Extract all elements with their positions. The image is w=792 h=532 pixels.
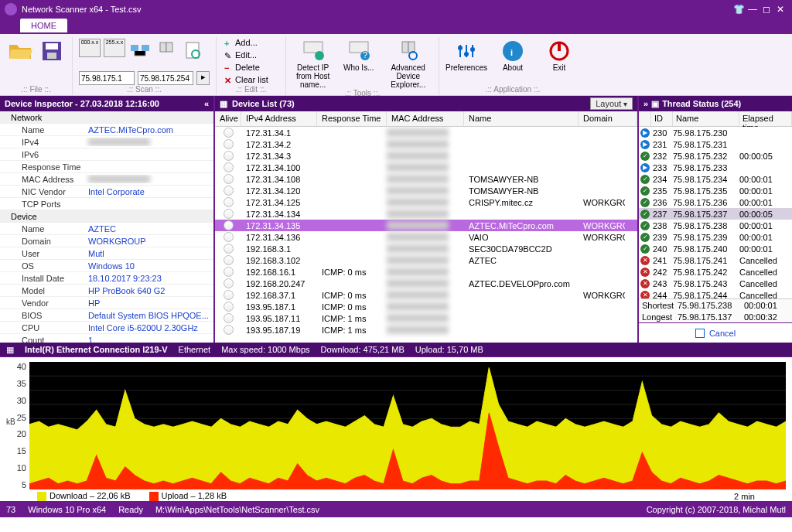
ip-chip-icon[interactable]: 000.x.x [79, 39, 101, 57]
device-row[interactable]: 192.168.3.102 AZTEC [215, 254, 637, 266]
status-icon: ✕ [640, 279, 650, 288]
layout-button[interactable]: Layout ▾ [590, 97, 633, 110]
device-row[interactable]: 172.31.34.120 TOMSAWYER-NB [215, 185, 637, 196]
preferences-button[interactable]: Preferences [446, 37, 487, 72]
thread-row[interactable]: ▶ 23375.98.175.233 [639, 162, 792, 173]
save-button[interactable] [39, 37, 67, 63]
thread-row[interactable]: ✓ 24075.98.175.24000:00:01 [639, 243, 792, 254]
status-icon: ✓ [640, 233, 650, 242]
globe-icon [224, 220, 234, 230]
about-button[interactable]: iAbout [492, 37, 534, 72]
thread-row[interactable]: ✕ 24175.98.175.241Cancelled [639, 254, 792, 266]
svg-point-18 [464, 52, 469, 56]
ip-range-icon[interactable]: 255.x.x [104, 39, 125, 57]
scan-hosts-button[interactable] [155, 39, 178, 62]
device-row[interactable]: 172.31.34.1 [215, 127, 637, 138]
whois-button[interactable]: ?Who Is... [338, 37, 379, 72]
device-inspector-panel: Device Inspector - 27.03.2018 12:16:00« … [0, 96, 215, 343]
device-row[interactable]: 172.31.34.100 [215, 162, 637, 173]
tab-home[interactable]: HOME [20, 19, 67, 32]
close-button[interactable]: ✕ [773, 4, 787, 15]
inspector-row[interactable]: NameAZTEC [0, 223, 213, 235]
inspector-row[interactable]: NameAZTEC.MiTeCpro.com [0, 124, 213, 136]
inspector-row[interactable]: IPv4 [0, 136, 213, 148]
thread-row[interactable]: ✓ 23675.98.175.23600:00:01 [639, 196, 792, 208]
inspector-row[interactable]: IPv6 [0, 148, 213, 161]
svg-rect-6 [166, 43, 172, 52]
device-row[interactable]: 192.168.3.1 SEC30CDA79BCC2D [215, 243, 637, 254]
thread-row[interactable]: ✕ 24275.98.175.242Cancelled [639, 266, 792, 278]
inspector-row[interactable]: Install Date18.10.2017 9:23:23 [0, 272, 213, 285]
inspector-row[interactable]: Device [0, 210, 213, 223]
device-row[interactable]: 172.31.34.125 CRISPY.mitec.czWORKGRO [215, 196, 637, 208]
device-row[interactable]: 172.31.34.136 VAIOWORKGRO [215, 231, 637, 243]
add-button[interactable]: +Add... [223, 37, 270, 48]
ip-to-input[interactable] [138, 71, 193, 85]
maximize-button[interactable]: ◻ [760, 4, 773, 15]
cancel-button[interactable]: Cancel [639, 322, 792, 343]
thread-row[interactable]: ✓ 23875.98.175.23800:00:01 [639, 220, 792, 231]
device-row[interactable]: 192.168.37.1ICMP: 0 ms WORKGRO [215, 289, 637, 301]
clear-list-button[interactable]: ✕Clear list [223, 74, 270, 85]
thread-status-panel: »▣Thread Status (254) ID Name Elapsed ti… [639, 96, 792, 343]
status-icon: ✓ [640, 175, 650, 184]
inspector-row[interactable]: MAC Address [0, 173, 213, 186]
thread-row[interactable]: ✓ 23775.98.175.23700:00:05 [639, 208, 792, 220]
go-scan-button[interactable]: ▸ [196, 71, 210, 85]
inspector-row[interactable]: TCP Ports [0, 198, 213, 210]
chart-xspan: 2 min [734, 492, 755, 501]
thread-title: Thread Status (254) [662, 99, 741, 108]
inspector-row[interactable]: ModelHP ProBook 640 G2 [0, 285, 213, 297]
svg-rect-2 [47, 53, 56, 59]
thread-row[interactable]: ✓ 23575.98.175.23500:00:01 [639, 185, 792, 196]
thread-row[interactable]: ▶ 23175.98.175.231 [639, 138, 792, 150]
globe-icon [224, 174, 234, 184]
status-os: Windows 10 Pro x64 [28, 505, 106, 514]
device-row[interactable]: 172.31.34.135 AZTEC.MiTeCpro.comWORKGRO [215, 220, 637, 231]
inspector-row[interactable]: DomainWORKGROUP [0, 235, 213, 247]
minimize-button[interactable]: — [746, 4, 760, 15]
exit-button[interactable]: Exit [538, 37, 580, 72]
delete-button[interactable]: −Delete [223, 62, 270, 73]
device-row[interactable]: 193.95.187.1ICMP: 0 ms [215, 301, 637, 312]
inspector-collapse-icon[interactable]: « [204, 99, 209, 108]
inspector-row[interactable]: UserMutl [0, 247, 213, 260]
inspector-row[interactable]: NIC VendorIntel Corporate [0, 186, 213, 198]
globe-icon [224, 197, 234, 207]
shirt-icon[interactable]: 👕 [732, 4, 746, 15]
device-row[interactable]: 172.31.34.2 [215, 138, 637, 150]
globe-icon [224, 139, 234, 149]
inspector-row[interactable]: Network [0, 111, 213, 124]
inspector-row[interactable]: VendorHP [0, 297, 213, 309]
edit-button[interactable]: ✎Edit... [223, 49, 270, 60]
titlebar: Network Scanner x64 - Test.csv 👕 — ◻ ✕ [0, 0, 792, 19]
device-row[interactable]: 172.31.34.134 [215, 208, 637, 220]
thread-row[interactable]: ✕ 24375.98.175.243Cancelled [639, 278, 792, 289]
open-button[interactable] [6, 37, 34, 63]
device-row[interactable]: 192.168.20.247 AZTEC.DEVELOPpro.com [215, 278, 637, 289]
thread-row[interactable]: ✓ 23275.98.175.23200:00:05 [639, 150, 792, 162]
device-row[interactable]: 192.168.16.1ICMP: 0 ms [215, 266, 637, 278]
detect-ip-button[interactable]: Detect IP from Host name... [292, 37, 333, 89]
device-row[interactable]: 193.95.187.11ICMP: 1 ms [215, 312, 637, 324]
device-row[interactable]: 172.31.34.3 [215, 150, 637, 162]
inspector-row[interactable]: OSWindows 10 [0, 260, 213, 272]
device-row[interactable]: 193.95.187.19ICMP: 1 ms [215, 324, 637, 336]
thread-row[interactable]: ✓ 23975.98.175.23900:00:01 [639, 231, 792, 243]
scan-file-button[interactable] [181, 39, 204, 62]
inspector-row[interactable]: Count1 [0, 334, 213, 343]
status-icon: ✓ [640, 152, 650, 161]
thread-row[interactable]: ✕ 24475.98.175.244Cancelled [639, 289, 792, 298]
inspector-row[interactable]: Response Time [0, 161, 213, 173]
inspector-row[interactable]: CPUIntel Core i5-6200U 2.30GHz [0, 322, 213, 334]
advanced-explorer-button[interactable]: Advanced Device Explorer... [384, 37, 432, 89]
scan-network-button[interactable] [128, 39, 152, 62]
ip-from-input[interactable] [79, 71, 135, 85]
inspector-row[interactable]: BIOSDefault System BIOS HPQOE... [0, 309, 213, 322]
thread-row[interactable]: ✓ 23475.98.175.23400:00:01 [639, 173, 792, 185]
thread-row[interactable]: ▶ 23075.98.175.230 [639, 127, 792, 138]
device-row[interactable]: 172.31.34.108 TOMSAWYER-NB [215, 173, 637, 185]
svg-rect-5 [160, 43, 166, 52]
svg-text:?: ? [363, 50, 367, 60]
status-path: M:\Win\Apps\NetTools\NetScanner\Test.csv [155, 505, 319, 514]
